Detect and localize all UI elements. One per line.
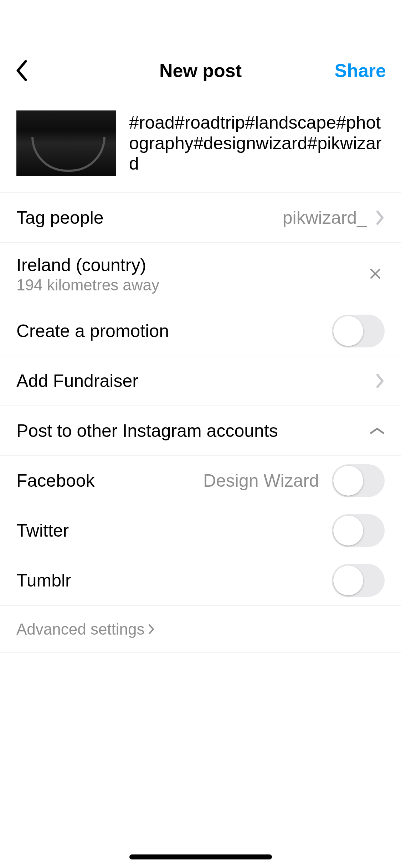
- other-accounts-label: Post to other Instagram accounts: [16, 420, 278, 441]
- chevron-right-icon: [148, 624, 155, 635]
- tag-people-value: pikwizard_: [283, 207, 367, 228]
- post-thumbnail[interactable]: [16, 110, 116, 176]
- caption-input[interactable]: #road#roadtrip#landscape#photography#des…: [129, 110, 385, 176]
- back-button[interactable]: [15, 59, 36, 82]
- promotion-toggle[interactable]: [332, 315, 385, 347]
- location-row[interactable]: Ireland (country) 194 kilometres away: [0, 243, 401, 306]
- twitter-row: Twitter: [0, 506, 401, 556]
- promotion-row: Create a promotion: [0, 306, 401, 356]
- toggle-knob: [333, 516, 363, 546]
- facebook-row: Facebook Design Wizard: [0, 456, 401, 506]
- fundraiser-label: Add Fundraiser: [16, 371, 138, 391]
- tumblr-label: Tumblr: [16, 570, 71, 591]
- toggle-knob: [333, 316, 363, 346]
- toggle-knob: [333, 565, 363, 595]
- chevron-right-icon: [376, 210, 385, 225]
- share-button[interactable]: Share: [334, 60, 386, 81]
- advanced-settings-row[interactable]: Advanced settings: [0, 606, 401, 653]
- tag-people-right: pikwizard_: [283, 207, 385, 228]
- twitter-toggle[interactable]: [332, 514, 385, 547]
- advanced-settings-label: Advanced settings: [16, 620, 145, 638]
- tumblr-toggle[interactable]: [332, 564, 385, 597]
- location-distance: 194 kilometres away: [16, 276, 159, 294]
- chevron-right-icon: [376, 373, 385, 388]
- toggle-knob: [333, 466, 363, 496]
- status-bar: [0, 0, 401, 47]
- page-title: New post: [159, 60, 242, 81]
- twitter-label: Twitter: [16, 520, 69, 541]
- caption-section: #road#roadtrip#landscape#photography#des…: [0, 94, 401, 193]
- fundraiser-row[interactable]: Add Fundraiser: [0, 356, 401, 406]
- chevron-up-icon: [370, 427, 385, 435]
- chevron-left-icon: [15, 59, 28, 82]
- tumblr-row: Tumblr: [0, 556, 401, 605]
- close-icon: [370, 268, 381, 279]
- home-indicator[interactable]: [129, 854, 272, 859]
- tag-people-row[interactable]: Tag people pikwizard_: [0, 193, 401, 243]
- location-name: Ireland (country): [16, 255, 159, 275]
- tag-people-label: Tag people: [16, 207, 104, 228]
- facebook-label: Facebook: [16, 470, 95, 491]
- facebook-toggle[interactable]: [332, 464, 385, 497]
- location-content: Ireland (country) 194 kilometres away: [16, 255, 159, 294]
- promotion-label: Create a promotion: [16, 321, 169, 341]
- facebook-account: Design Wizard: [203, 470, 319, 491]
- remove-location-button[interactable]: [366, 264, 385, 284]
- other-accounts-header[interactable]: Post to other Instagram accounts: [0, 406, 401, 456]
- navigation-bar: New post Share: [0, 47, 401, 94]
- social-section: Facebook Design Wizard Twitter Tumblr: [0, 456, 401, 606]
